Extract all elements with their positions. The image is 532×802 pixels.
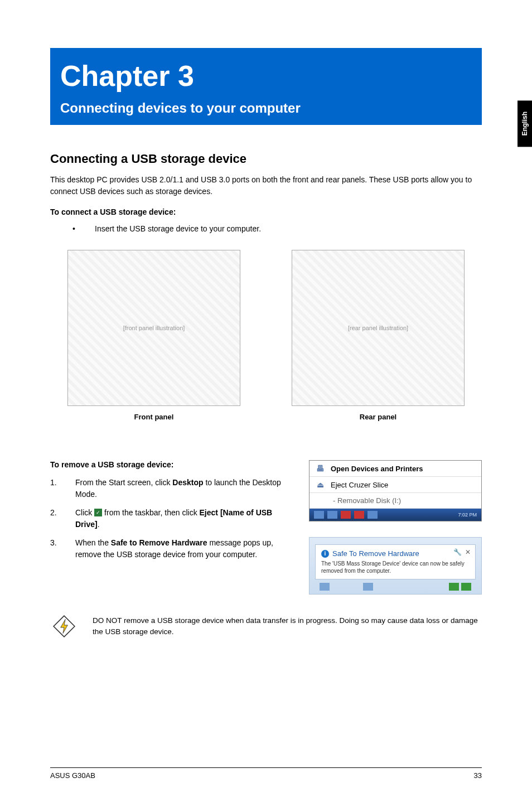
- eject-row[interactable]: ⏏ Eject Cruzer Slice: [309, 477, 481, 493]
- taskbar-button[interactable]: [314, 511, 324, 519]
- bullet-item: • Insert the USB storage device to your …: [72, 224, 482, 233]
- open-devices-row[interactable]: 🖶 Open Devices and Printers: [309, 461, 481, 477]
- devices-icon: 🖶: [315, 464, 325, 473]
- step3-bold: Safe to Remove Hardware: [111, 538, 207, 547]
- notification-body: The 'USB Mass Storage Device' device can…: [321, 560, 470, 574]
- intro-text: This desktop PC provides USB 2.0/1.1 and…: [50, 174, 482, 197]
- taskbar-icon[interactable]: [363, 583, 373, 591]
- taskbar-button[interactable]: [354, 511, 364, 519]
- eject-menu-popup: 🖶 Open Devices and Printers ⏏ Eject Cruz…: [309, 460, 482, 521]
- rear-panel-caption: Rear panel: [274, 413, 482, 421]
- step2-mid: from the taskbar, then click: [102, 508, 199, 517]
- drive-icon: ⏏: [315, 480, 325, 489]
- close-icon[interactable]: ✕: [465, 548, 471, 556]
- eject-label: Eject Cruzer Slice: [331, 481, 388, 489]
- front-panel-illustration: [front panel illustration]: [67, 250, 240, 406]
- section-heading: Connecting a USB storage device: [50, 152, 482, 166]
- wrench-icon[interactable]: 🔧: [453, 548, 462, 556]
- bullet-marker: •: [72, 224, 95, 233]
- taskbar: 7:02 PM: [309, 509, 481, 521]
- step-3: 3. When the Safe to Remove Hardware mess…: [50, 537, 298, 561]
- taskbar-time: 7:02 PM: [458, 512, 477, 518]
- taskbar-button[interactable]: [341, 511, 351, 519]
- step1-pre: From the Start screen, click: [75, 478, 172, 487]
- tray-icon[interactable]: [461, 583, 471, 591]
- chapter-subtitle: Connecting devices to your computer: [60, 100, 472, 116]
- step1-bold: Desktop: [172, 478, 203, 487]
- step-number: 2.: [50, 507, 75, 530]
- chapter-title: Chapter 3: [60, 59, 472, 93]
- warning-box: DO NOT remove a USB storage device when …: [50, 615, 482, 638]
- notification-controls: 🔧 ✕: [453, 548, 471, 556]
- taskbar-2: [315, 579, 476, 594]
- step2-pre: Click: [75, 508, 94, 517]
- chapter-header: Chapter 3 Connecting devices to your com…: [50, 48, 482, 125]
- footer-page-number: 33: [474, 771, 482, 780]
- tray-icon[interactable]: [449, 583, 459, 591]
- taskbar-icon[interactable]: [320, 583, 330, 591]
- taskbar-button[interactable]: [367, 511, 378, 519]
- usb-tray-icon: ✓: [94, 509, 102, 516]
- connect-heading: To connect a USB storage device:: [50, 207, 482, 216]
- bullet-text: Insert the USB storage device to your co…: [95, 224, 261, 233]
- page-footer: ASUS G30AB 33: [50, 767, 482, 780]
- notification-title: Safe To Remove Hardware: [332, 549, 419, 558]
- remove-heading: To remove a USB storage device:: [50, 460, 298, 469]
- step-number: 3.: [50, 537, 75, 561]
- step-number: 1.: [50, 477, 75, 500]
- info-icon: i: [321, 550, 329, 558]
- taskbar-button[interactable]: [327, 511, 337, 519]
- safe-remove-notification: 🔧 ✕ i Safe To Remove Hardware The 'USB M…: [309, 537, 482, 595]
- removable-disk-row: - Removable Disk (I:): [309, 493, 481, 509]
- step-2: 2. Click ✓ from the taskbar, then click …: [50, 507, 298, 530]
- warning-text: DO NOT remove a USB storage device when …: [93, 615, 482, 638]
- rear-panel-illustration: [rear panel illustration]: [292, 250, 465, 406]
- step-1: 1. From the Start screen, click Desktop …: [50, 477, 298, 500]
- open-devices-label: Open Devices and Printers: [331, 465, 423, 473]
- step2-post: .: [98, 520, 100, 529]
- step3-pre: When the: [75, 538, 111, 547]
- front-panel-caption: Front panel: [50, 413, 258, 421]
- lightning-warning-icon: [52, 615, 76, 638]
- svg-marker-1: [61, 619, 68, 633]
- footer-model: ASUS G30AB: [50, 771, 95, 780]
